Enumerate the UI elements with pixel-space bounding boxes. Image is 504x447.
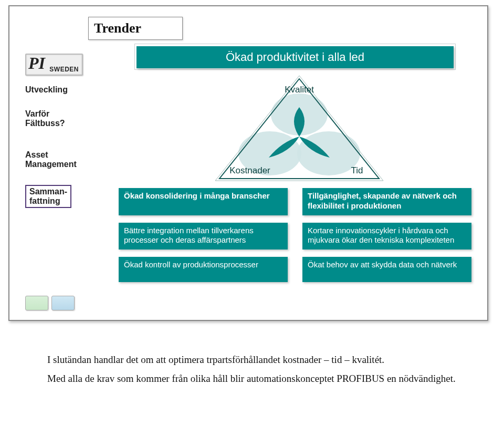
- pi-logo-text: PI: [28, 54, 45, 73]
- box-text: Ökad konsolidering i många branscher: [124, 191, 270, 200]
- box-left-3: Ökad kontroll av produktions­processer: [119, 257, 288, 282]
- pi-logo: PI SWEDEN: [25, 54, 83, 76]
- box-text: Tillgänglighet, skapande av nätverk och …: [308, 191, 457, 210]
- box-right-1: Tillgänglighet, skapande av nätverk och …: [302, 188, 471, 215]
- badge-icon: [25, 296, 48, 310]
- nav-sammanfattning[interactable]: Samman- fattning: [25, 185, 71, 208]
- box-right-2: Kortare innovationscykler i hårdvara och…: [302, 223, 471, 250]
- notes-below: I slutändan handlar det om att optimera …: [47, 353, 478, 390]
- sidebar: PI SWEDEN Utveckling Varför Fältbuss? As…: [25, 54, 104, 208]
- title-text: Trender: [94, 20, 141, 36]
- box-text: Kortare innovationscykler i hårdvara och…: [308, 226, 454, 245]
- nav-label: Samman-: [29, 187, 67, 196]
- nav-asset-management[interactable]: Asset Management: [25, 150, 104, 169]
- box-text: Bättre integration mellan tillverkarens …: [124, 226, 254, 245]
- slide-frame: Trender PI SWEDEN Utveckling Varför Fält…: [8, 5, 488, 321]
- box-left-1: Ökad konsolidering i många branscher: [119, 188, 288, 215]
- nav-varfor-faltbuss[interactable]: Varför Fältbuss?: [25, 109, 104, 128]
- nav-label: Management: [25, 160, 104, 169]
- pi-logo-sweden: SWEDEN: [49, 66, 79, 73]
- slide-content: Ökad produktivitet i alla led Kvalitet K…: [116, 45, 475, 311]
- note-paragraph: Med alla de krav som kommer från olika h…: [47, 372, 478, 386]
- banner-text: Ökad produktivitet i alla led: [226, 50, 364, 64]
- slide-title: Trender: [88, 17, 183, 40]
- triangle-label-top: Kvalitet: [285, 85, 314, 95]
- badge-icon: [51, 296, 75, 310]
- box-text: Ökat behov av att skydda data och nätver…: [308, 260, 457, 269]
- nav-label: fattning: [29, 196, 67, 206]
- nav-label: Utveckling: [25, 85, 68, 94]
- triangle-label-left: Kostnader: [229, 165, 270, 175]
- nav-label: Varför: [25, 109, 104, 119]
- banner: Ökad produktivitet i alla led: [136, 46, 454, 68]
- box-text: Ökad kontroll av produktions­processer: [124, 260, 258, 269]
- nav-label: Fältbuss?: [25, 119, 104, 128]
- triangle-label-right: Tid: [351, 165, 363, 175]
- footer-badges: [25, 296, 75, 310]
- box-right-3: Ökat behov av att skydda data och nätver…: [302, 257, 471, 282]
- info-boxes: Ökad konsolidering i många branscher Til…: [116, 188, 475, 282]
- box-left-2: Bättre integration mellan tillverkarens …: [119, 223, 288, 250]
- note-paragraph: I slutändan handlar det om att optimera …: [47, 353, 478, 367]
- triangle-diagram: Kvalitet Kostnader Tid: [205, 74, 394, 184]
- nav-utveckling[interactable]: Utveckling: [25, 85, 104, 95]
- nav-label: Asset: [25, 150, 104, 160]
